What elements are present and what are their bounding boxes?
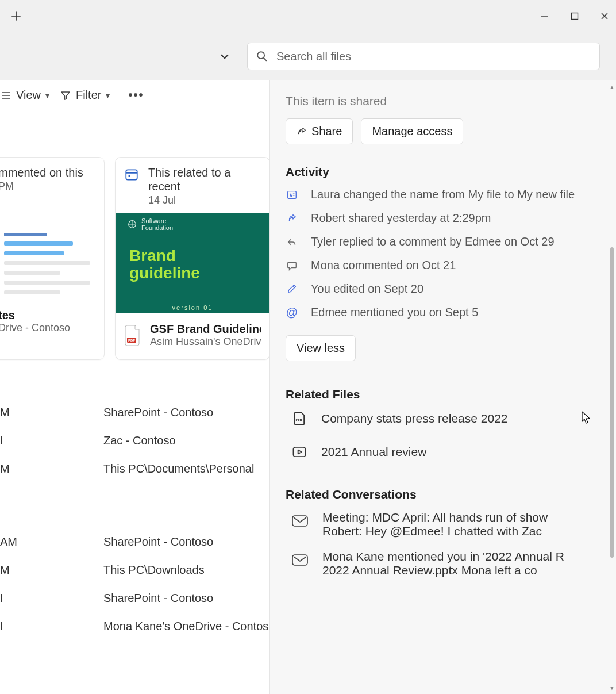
card-thumbnail: Software Foundation Brand guideline vers… (116, 213, 269, 313)
card-reason-sub: 14 Jul (148, 194, 261, 207)
card-reason-sub: PM (0, 181, 83, 193)
file-row[interactable]: MThis PC\Downloads (0, 563, 269, 577)
card-file-location: Drive - Contoso (0, 322, 70, 334)
view-switcher-icon (0, 90, 11, 101)
file-row[interactable]: IMona Kane's OneDrive - Contoso (0, 620, 269, 633)
activity-item[interactable]: Tyler replied to a comment by Edmee on O… (286, 235, 603, 248)
scroll-down-icon[interactable]: ▼ (609, 685, 615, 691)
scroll-up-icon[interactable]: ▲ (609, 84, 615, 90)
video-icon (291, 444, 307, 460)
rename-icon (286, 189, 298, 201)
calendar-icon (124, 166, 140, 183)
file-row[interactable]: MThis PC\Documents\Personal (0, 462, 269, 476)
window-maximize-button[interactable] (565, 8, 584, 24)
file-row[interactable]: IZac - Contoso (0, 434, 269, 447)
activity-item[interactable]: Mona commented on Oct 21 (286, 259, 603, 272)
search-box[interactable] (247, 43, 600, 70)
more-menu[interactable]: ••• (128, 89, 144, 102)
ellipsis-icon: ••• (128, 89, 144, 102)
share-icon (297, 126, 307, 137)
related-files-heading: Related Files (286, 388, 603, 401)
conversation-item[interactable]: Meeting: MDC April: All hands run of sho… (286, 511, 603, 538)
share-icon (286, 212, 298, 225)
svg-text:PDF: PDF (128, 339, 135, 342)
activity-heading: Activity (286, 165, 603, 179)
thumb-title-l2: guideline (129, 264, 256, 282)
related-files-list: PDF Company stats press release 2022 202… (286, 411, 603, 460)
file-row[interactable]: MSharePoint - Contoso (0, 406, 269, 419)
thumb-version: version 01 (172, 304, 213, 311)
scrollbar[interactable]: ▲ ▼ (608, 80, 616, 694)
svg-rect-9 (294, 447, 306, 457)
card-file-location: Asim Hussain's OneDrive (150, 336, 261, 348)
pdf-file-icon: PDF (124, 324, 142, 347)
file-list-group: AMSharePoint - Contoso MThis PC\Download… (0, 535, 269, 633)
svg-rect-0 (572, 13, 578, 20)
left-toolbar: View ▾ Filter ▾ ••• (0, 80, 269, 110)
scrollbar-thumb[interactable] (610, 247, 614, 558)
activity-item[interactable]: Robert shared yesterday at 2:29pm (286, 212, 603, 225)
chevron-down-icon: ▾ (106, 91, 110, 100)
related-conversations-heading: Related Conversations (286, 488, 603, 501)
pdf-icon: PDF (291, 411, 307, 427)
file-gallery-pane: View ▾ Filter ▾ ••• mmented on this (0, 80, 269, 694)
window-close-button[interactable] (595, 8, 614, 24)
svg-text:PDF: PDF (296, 418, 303, 422)
new-tab-button[interactable] (7, 7, 25, 25)
card-file-title: GSF Brand Guideline (150, 323, 261, 336)
titlebar (0, 0, 616, 32)
related-file[interactable]: PDF Company stats press release 2022 (286, 411, 603, 427)
conversation-snippet: 2022 Annual Review.pptx Mona left a co (322, 563, 564, 577)
view-menu[interactable]: View ▾ (0, 89, 49, 102)
search-input[interactable] (276, 50, 591, 63)
filter-icon (60, 90, 71, 101)
svg-rect-10 (292, 516, 307, 526)
svg-rect-11 (292, 555, 307, 565)
card-thumbnail (0, 199, 104, 300)
recommendation-card[interactable]: This related to a recent 14 Jul Software… (115, 157, 269, 360)
recommendation-card[interactable]: mmented on this PM tes Drive (0, 157, 105, 360)
share-button[interactable]: Share (286, 118, 353, 144)
svg-rect-7 (288, 191, 297, 198)
conversation-snippet: Robert: Hey @Edmee! I chatted with Zac (322, 524, 548, 538)
conversation-title: Meeting: MDC April: All hands run of sho… (322, 511, 548, 524)
search-row (0, 32, 616, 80)
card-reason: mmented on this (0, 166, 83, 179)
filter-menu[interactable]: Filter ▾ (60, 89, 110, 102)
window-minimize-button[interactable] (536, 8, 554, 24)
filter-label: Filter (76, 89, 101, 102)
activity-item[interactable]: You edited on Sept 20 (286, 282, 603, 296)
reply-icon (286, 236, 298, 248)
chevron-down-icon: ▾ (45, 91, 49, 100)
mail-icon (291, 553, 310, 569)
conversation-item[interactable]: Mona Kane mentioned you in '2022 Annual … (286, 550, 603, 577)
details-panel: This item is shared Share Manage access … (269, 80, 616, 694)
context-dropdown[interactable] (218, 50, 231, 63)
thumb-logo-text: Software Foundation (127, 217, 173, 231)
card-reason: This related to a recent (148, 166, 261, 193)
share-button-label: Share (311, 125, 342, 138)
comment-icon (286, 259, 298, 272)
related-conversations-list: Meeting: MDC April: All hands run of sho… (286, 511, 603, 577)
edit-icon (286, 283, 298, 296)
view-label: View (16, 89, 41, 102)
file-list-group: MSharePoint - Contoso IZac - Contoso MTh… (0, 406, 269, 476)
svg-rect-2 (126, 170, 138, 179)
activity-list: Laura changed the name from My file to M… (286, 188, 603, 319)
search-icon (256, 50, 268, 63)
manage-access-label: Manage access (372, 125, 452, 138)
svg-rect-3 (129, 175, 130, 177)
view-less-button[interactable]: View less (286, 335, 356, 361)
thumb-title-l1: Brand (129, 247, 256, 265)
mail-icon (291, 514, 310, 530)
activity-item[interactable]: @ Edmee mentioned you on Sept 5 (286, 306, 603, 319)
file-row[interactable]: ISharePoint - Contoso (0, 592, 269, 605)
conversation-title: Mona Kane mentioned you in '2022 Annual … (322, 550, 564, 563)
manage-access-button[interactable]: Manage access (361, 118, 463, 144)
card-file-title: tes (0, 309, 70, 322)
shared-status-label: This item is shared (286, 94, 603, 108)
mention-icon: @ (286, 306, 298, 319)
activity-item[interactable]: Laura changed the name from My file to M… (286, 188, 603, 201)
file-row[interactable]: AMSharePoint - Contoso (0, 535, 269, 549)
related-file[interactable]: 2021 Annual review (286, 444, 603, 460)
